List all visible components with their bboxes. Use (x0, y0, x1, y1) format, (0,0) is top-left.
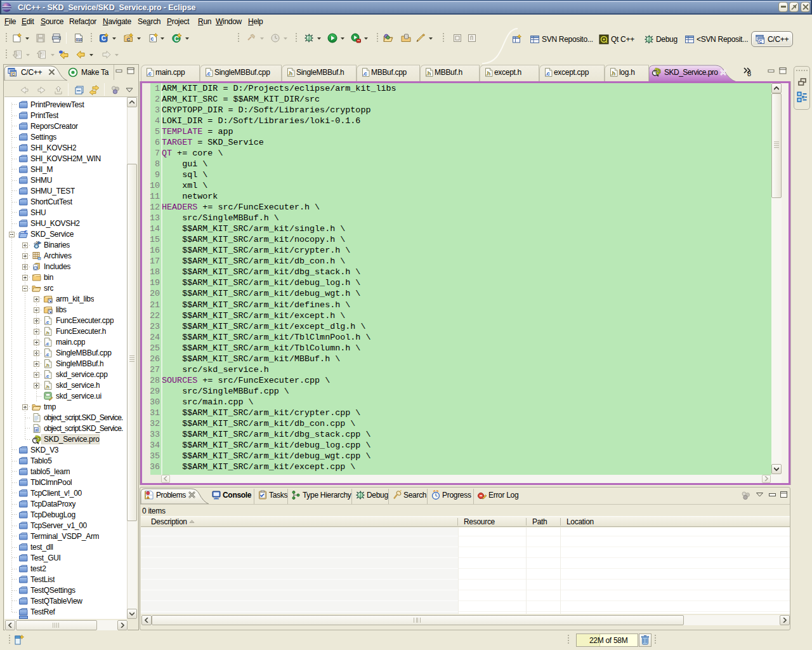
svg-text:.c: .c (147, 70, 152, 77)
svg-text:010: 010 (75, 37, 82, 42)
svg-text:C: C (12, 72, 15, 76)
svg-text:.h: .h (45, 384, 49, 390)
svg-text:.h: .h (486, 70, 490, 77)
svg-text:.h: .h (45, 330, 49, 336)
svg-text:C: C (759, 39, 763, 44)
svg-text:.c: .c (45, 373, 49, 379)
svg-text:.c: .c (206, 70, 211, 77)
svg-text:.c: .c (45, 352, 49, 357)
svg-text:C: C (127, 37, 131, 43)
svg-text:c: c (151, 36, 154, 42)
svg-text:.c: .c (45, 341, 49, 347)
svg-text:.c: .c (45, 319, 49, 325)
svg-text:.h: .h (426, 70, 431, 77)
svg-text:C: C (24, 229, 28, 235)
svg-text:.c: .c (546, 70, 550, 77)
svg-text:h: h (34, 267, 36, 270)
svg-text:.h: .h (288, 70, 292, 77)
svg-text:.c: .c (363, 70, 367, 77)
svg-text:C: C (102, 35, 106, 42)
svg-text:.h: .h (45, 362, 49, 368)
svg-text:.h: .h (611, 70, 615, 77)
